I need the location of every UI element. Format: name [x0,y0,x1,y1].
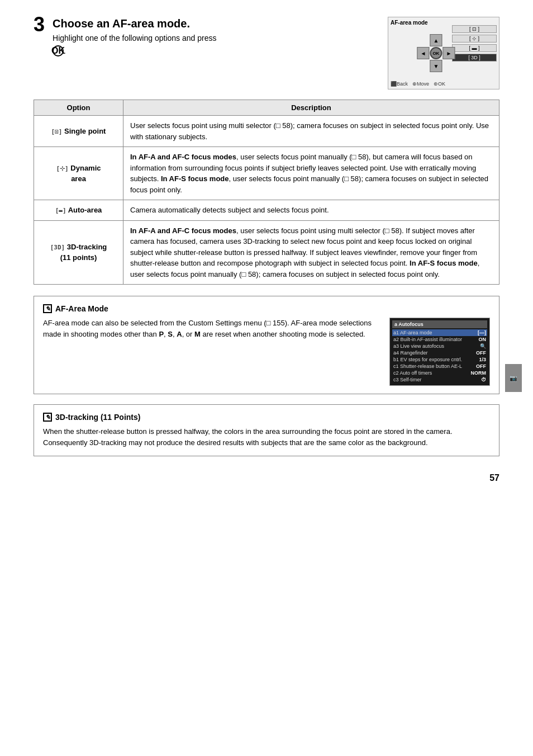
back-btn: ⬛Back [391,81,408,87]
note1-content: AF-area mode can also be selected from t… [43,318,490,386]
dpad-ok[interactable]: OK [430,47,442,59]
desc-3d: In AF-A and AF-C focus modes, user selec… [123,220,499,285]
step-number: 3 [34,15,45,35]
page-container: 3 Choose an AF-area mode. Highlight one … [34,17,499,483]
note2-text: When the shutter-release button is press… [43,426,490,448]
note2-title: ✎ 3D-tracking (11 Points) [43,413,490,422]
3d-tracking-icon: [3D] [50,244,65,251]
dynamic-area-icon: [⊹] [56,165,68,172]
step-title: Choose an AF-area mode. [53,17,377,30]
table-row: [▬] Auto-area Camera automatically detec… [34,200,499,221]
camera-diagram: AF-area mode [ ⊡ ] [ ⊹ ] [ ▬ ] [ 3D ] ▲ … [388,17,499,89]
note1-icon: ✎ [43,304,52,313]
menu-item-af-area: a1 AF-area mode [—] [392,329,487,336]
dpad-left[interactable]: ◄ [417,47,429,59]
menu-item-auto-off: c2 Auto off timers NORM [392,370,487,376]
menu-item-shutter-ae: c1 Shutter-release button AE-L OFF [392,363,487,370]
menu-item-live-view: a3 Live view autofocus 🔍 [392,343,487,349]
note1-title-text: AF-Area Mode [55,304,108,313]
single-point-icon: [⊡] [51,128,63,135]
tab-icon: 📷 [510,375,517,382]
tab-indicator: 📷 [505,364,522,392]
okconfirm-btn: ⊛OK [434,81,445,87]
option-3d: [3D] 3D-tracking(11 points) [34,220,123,285]
camera-diagram-container: AF-area mode [ ⊡ ] [ ⊹ ] [ ▬ ] [ 3D ] ▲ … [388,17,499,89]
step-header: 3 Choose an AF-area mode. Highlight one … [34,17,499,89]
note2-title-text: 3D-tracking (11 Points) [55,413,140,422]
page-number: 57 [34,473,499,483]
menu-item-af-assist: a2 Built-in AF-assist illuminator ON [392,336,487,343]
af-area-label: AF-area mode [391,20,428,26]
ok-symbol: OK [53,45,64,56]
menu-item-ev-steps: b1 EV steps for exposure cntrl. 1/3 [392,356,487,363]
note2-icon: ✎ [43,413,52,422]
note1-text: AF-area mode can also be selected from t… [43,318,380,339]
menu-auto: [ ▬ ] [452,44,497,52]
menu-item-self-timer: c3 Self-timer ⏱ [392,376,487,383]
note-af-area-mode: ✎ AF-Area Mode AF-area mode can also be … [34,296,499,394]
col-option: Option [34,100,123,116]
options-table: Option Description [⊡] Single point User… [34,100,499,285]
move-btn: ⊕Move [412,81,429,87]
dpad-right[interactable]: ► [442,47,455,59]
step-title-block: Choose an AF-area mode. Highlight one of… [53,17,377,57]
menu-single: [ ⊡ ] [452,25,497,33]
table-row: [⊡] Single point User selects focus poin… [34,116,499,147]
camera-menu-options: [ ⊡ ] [ ⊹ ] [ ▬ ] [ 3D ] [452,25,497,62]
desc-dynamic: In AF-A and AF-C focus modes, user selec… [123,147,499,200]
menu-dynamic: [ ⊹ ] [452,35,497,42]
note1-title: ✎ AF-Area Mode [43,304,490,313]
dpad-container: ▲ ◄ OK ► ▼ [417,34,455,72]
desc-auto: Camera automatically detects subject and… [123,200,499,221]
camera-bottom-nav: ⬛Back ⊕Move ⊛OK [391,81,445,87]
auto-area-icon: [▬] [55,207,66,214]
table-row: [⊹] Dynamicarea In AF-A and AF-C focus m… [34,147,499,200]
col-description: Description [123,100,499,116]
option-dynamic: [⊹] Dynamicarea [34,147,123,200]
menu-title: a Autofocus [392,320,487,328]
table-row: [3D] 3D-tracking(11 points) In AF-A and … [34,220,499,285]
subtitle-text: Highlight one of the following options a… [53,34,216,42]
desc-single: User selects focus point using multi sel… [123,116,499,147]
menu-3d: [ 3D ] [452,54,497,62]
dpad-down[interactable]: ▼ [430,60,442,72]
note-3d-tracking: ✎ 3D-tracking (11 Points) When the shutt… [34,404,499,456]
note1-image: a Autofocus a1 AF-area mode [—] a2 Built… [389,318,490,386]
step-subtitle: Highlight one of the following options a… [53,32,377,57]
option-auto: [▬] Auto-area [34,200,123,221]
option-single: [⊡] Single point [34,116,123,147]
dpad-up[interactable]: ▲ [430,34,442,46]
menu-item-rangefinder: a4 Rangefinder OFF [392,349,487,356]
menu-screenshot: a Autofocus a1 AF-area mode [—] a2 Built… [389,318,490,386]
